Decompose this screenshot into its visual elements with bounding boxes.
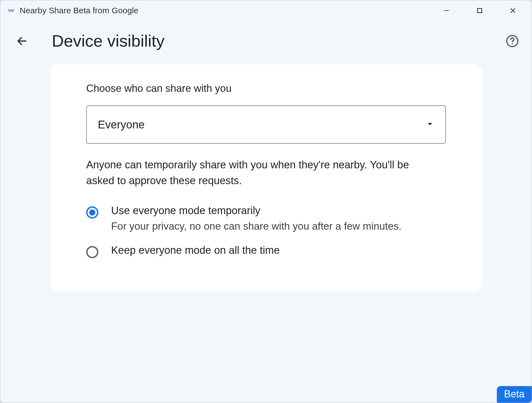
radio-sublabel: For your privacy, no one can share with … bbox=[111, 220, 401, 232]
visibility-select-value: Everyone bbox=[98, 118, 145, 131]
dropdown-icon bbox=[426, 120, 434, 129]
svg-rect-1 bbox=[477, 8, 482, 12]
svg-marker-7 bbox=[428, 123, 432, 125]
page-header: Device visibility bbox=[0, 21, 532, 64]
radio-group: Use everyone mode temporarily For your p… bbox=[86, 202, 446, 268]
help-button[interactable] bbox=[505, 33, 520, 49]
radio-always[interactable]: Keep everyone mode on all the time bbox=[86, 242, 446, 268]
titlebar: Nearby Share Beta from Google bbox=[0, 0, 532, 21]
section-label: Choose who can share with you bbox=[86, 83, 446, 94]
page-title: Device visibility bbox=[52, 31, 505, 50]
minimize-button[interactable] bbox=[430, 1, 463, 21]
radio-label: Use everyone mode temporarily bbox=[111, 205, 401, 217]
radio-temporary[interactable]: Use everyone mode temporarily For your p… bbox=[86, 202, 446, 242]
radio-indicator-icon bbox=[86, 206, 98, 219]
visibility-select[interactable]: Everyone bbox=[86, 105, 446, 144]
app-window: Nearby Share Beta from Google Device vis… bbox=[0, 0, 532, 403]
beta-badge: Beta bbox=[497, 386, 532, 403]
window-title: Nearby Share Beta from Google bbox=[20, 6, 139, 15]
settings-card: Choose who can share with you Everyone A… bbox=[50, 64, 482, 292]
close-button[interactable] bbox=[496, 1, 530, 21]
visibility-description: Anyone can temporarily share with you wh… bbox=[86, 157, 427, 189]
back-button[interactable] bbox=[14, 33, 30, 49]
maximize-button[interactable] bbox=[463, 1, 496, 21]
app-icon bbox=[7, 6, 15, 15]
svg-point-6 bbox=[512, 43, 513, 44]
radio-label: Keep everyone mode on all the time bbox=[111, 244, 280, 256]
radio-indicator-icon bbox=[86, 246, 98, 258]
